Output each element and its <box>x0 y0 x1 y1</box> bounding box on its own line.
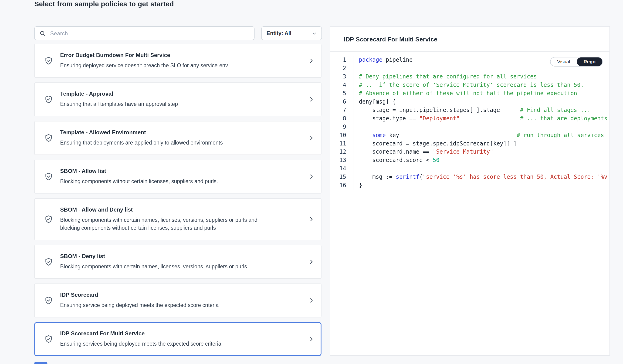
search-field[interactable] <box>49 30 249 37</box>
code-line: 3# Deny pipelines that are configured fo… <box>330 72 609 81</box>
code-line-content <box>354 165 362 173</box>
code-line: 12 scorecard.name == "Service Maturity" <box>330 148 609 156</box>
chevron-right-icon <box>308 135 314 141</box>
policy-description: Ensuring services being deployed meets t… <box>60 340 261 348</box>
policy-item-error-budget-burndown[interactable]: Error Budget Burndown For Multi Service … <box>34 44 321 78</box>
line-number: 13 <box>330 156 353 165</box>
line-number: 5 <box>330 89 353 98</box>
policy-description: Ensuring service being deployed meets th… <box>60 301 261 309</box>
code-line-content: some key # run through all services <box>354 131 604 139</box>
line-number: 10 <box>330 131 353 139</box>
policy-description: Blocking components with certain names, … <box>60 263 261 271</box>
code-line: 4# ... if the score of 'Service Maturity… <box>330 81 609 89</box>
line-number: 9 <box>330 123 353 131</box>
code-line: 15 msg := sprintf("service '%s' has scor… <box>330 173 609 181</box>
policy-item-sbom-allow-list[interactable]: SBOM - Allow list Blocking components wi… <box>34 160 321 193</box>
code-line: 9 <box>330 123 609 131</box>
policy-title: IDP Scorecard For Multi Service <box>60 330 302 337</box>
search-input[interactable] <box>34 26 254 40</box>
code-editor[interactable]: 1package pipeline2 3# Deny pipelines tha… <box>330 56 609 190</box>
preview-title: IDP Scorecard For Multi Service <box>344 36 596 43</box>
policy-title: Error Budget Burndown For Multi Service <box>60 52 302 58</box>
line-number: 8 <box>330 114 353 123</box>
code-line: 16} <box>330 181 609 190</box>
search-icon <box>39 30 46 36</box>
chevron-right-icon <box>308 216 314 222</box>
policy-description: Blocking components with certain names, … <box>60 216 261 232</box>
policy-description: Ensuring that deployments are applied on… <box>60 139 261 147</box>
policy-preview-panel: IDP Scorecard For Multi Service Visual R… <box>330 26 610 356</box>
code-line-content: package pipeline <box>354 56 413 64</box>
shield-check-icon <box>44 214 53 224</box>
shield-check-icon <box>44 296 53 305</box>
code-line-content <box>354 64 362 72</box>
policy-title: IDP Scorecard <box>60 291 302 298</box>
policy-description: Blocking components without certain lice… <box>60 178 261 186</box>
chevron-right-icon <box>308 96 314 102</box>
code-line: 11 scorecard = stage.spec.idpScorecard[k… <box>330 139 609 148</box>
chevron-right-icon <box>308 298 314 303</box>
line-number: 7 <box>330 106 353 114</box>
policy-title: Template - Allowed Environment <box>60 129 302 136</box>
shield-check-icon <box>44 257 53 266</box>
preview-header: IDP Scorecard For Multi Service <box>330 27 609 52</box>
code-line-content: } <box>354 181 362 190</box>
policy-item-sbom-allow-and-deny-list[interactable]: SBOM - Allow and Deny list Blocking comp… <box>34 198 321 240</box>
view-mode-toggle: Visual Rego <box>550 57 603 66</box>
rego-toggle-button[interactable]: Rego <box>577 57 602 66</box>
code-line-content: stage = input.pipeline.stages[_].stage #… <box>354 106 591 114</box>
policy-item-template-approval[interactable]: Template - Approval Ensuring that all te… <box>34 82 321 116</box>
policy-title: Template - Approval <box>60 90 302 97</box>
code-line-content: scorecard.score < 50 <box>354 156 440 165</box>
code-line: 8 stage.type == "Deployment" # ... that … <box>330 114 609 123</box>
line-number: 3 <box>330 72 353 81</box>
policy-description: Ensuring that all templates have an appr… <box>60 100 261 108</box>
shield-check-icon <box>44 334 53 344</box>
line-number: 15 <box>330 173 353 181</box>
shield-check-icon <box>44 133 53 143</box>
policy-description: Ensuring deployed service doesn't breach… <box>60 62 261 70</box>
policy-title: SBOM - Allow and Deny list <box>60 206 302 213</box>
chevron-right-icon <box>308 259 314 265</box>
code-line-content: deny[msg] { <box>354 98 396 106</box>
code-line: 10 some key # run through all services <box>330 131 609 139</box>
code-line-content: msg := sprintf("service '%s' has score l… <box>354 173 610 181</box>
line-number: 16 <box>330 181 353 190</box>
line-number: 14 <box>330 165 353 173</box>
code-line: 13 scorecard.score < 50 <box>330 156 609 165</box>
chevron-right-icon <box>308 58 314 64</box>
line-number: 4 <box>330 81 353 89</box>
policy-list: Error Budget Burndown For Multi Service … <box>34 44 321 356</box>
line-number: 6 <box>330 98 353 106</box>
visual-toggle-button[interactable]: Visual <box>550 57 577 66</box>
policy-item-idp-scorecard-for-multi-service[interactable]: IDP Scorecard For Multi Service Ensuring… <box>34 322 321 356</box>
chevron-right-icon <box>308 174 314 180</box>
code-line-content: # Absence of either of these will not ha… <box>354 89 577 98</box>
horizontal-scrollbar-thumb[interactable] <box>34 362 47 364</box>
code-wrap: Visual Rego 1package pipeline2 3# Deny p… <box>330 52 609 190</box>
policy-title: SBOM - Allow list <box>60 168 302 174</box>
entity-filter-dropdown[interactable]: Entity: All <box>261 26 322 40</box>
code-line: 5# Absence of either of these will not h… <box>330 89 609 98</box>
code-line-content: stage.type == "Deployment" # ... that ar… <box>354 114 607 123</box>
code-line-content: scorecard.name == "Service Maturity" <box>354 148 493 156</box>
shield-check-icon <box>44 56 53 65</box>
page: Select from sample policies to get start… <box>0 0 623 364</box>
code-line: 7 stage = input.pipeline.stages[_].stage… <box>330 106 609 114</box>
line-number: 11 <box>330 139 353 148</box>
policy-item-idp-scorecard[interactable]: IDP Scorecard Ensuring service being dep… <box>34 283 321 317</box>
policy-title: SBOM - Deny list <box>60 253 302 259</box>
code-line-content <box>354 123 362 131</box>
code-line-content: scorecard = stage.spec.idpScorecard[key]… <box>354 139 517 148</box>
code-line-content: # Deny pipelines that are configured for… <box>354 72 537 81</box>
policy-item-sbom-deny-list[interactable]: SBOM - Deny list Blocking components wit… <box>34 245 321 278</box>
code-line-content: # ... if the score of 'Service Maturity'… <box>354 81 584 89</box>
line-number: 1 <box>330 56 353 64</box>
policy-item-template-allowed-environment[interactable]: Template - Allowed Environment Ensuring … <box>34 121 321 155</box>
code-line: 14 <box>330 165 609 173</box>
shield-check-icon <box>44 172 53 181</box>
shield-check-icon <box>44 94 53 104</box>
line-number: 2 <box>330 64 353 72</box>
entity-filter-label: Entity: All <box>267 30 291 36</box>
line-number: 12 <box>330 148 353 156</box>
